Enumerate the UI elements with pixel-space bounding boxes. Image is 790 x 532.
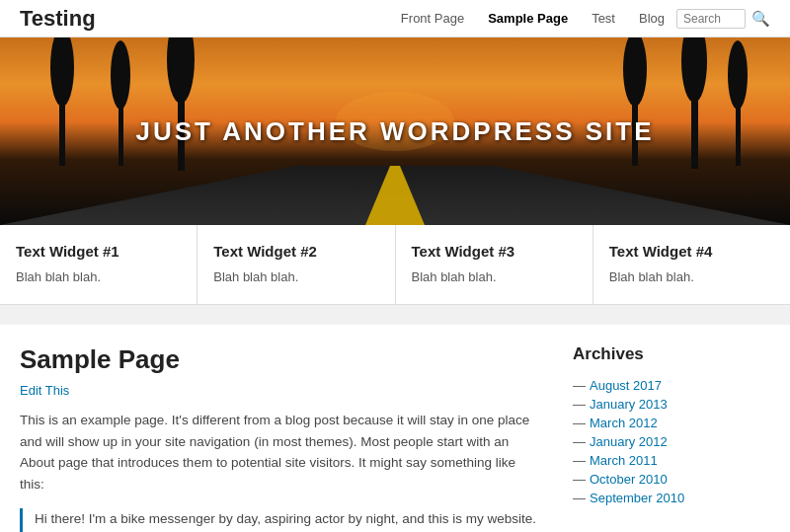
edit-link[interactable]: Edit This	[20, 383, 543, 398]
archive-link[interactable]: January 2012	[590, 434, 668, 449]
archive-list-item: —January 2013	[573, 397, 770, 412]
archive-dash: —	[573, 378, 586, 393]
archive-list-item: —August 2017	[573, 378, 770, 393]
hero-section: JUST ANOTHER WORDPRESS SITE	[0, 38, 790, 225]
page-title: Sample Page	[20, 344, 543, 375]
archive-dash: —	[573, 472, 586, 487]
archive-link[interactable]: September 2010	[590, 491, 684, 505]
archives-heading: Archives	[573, 344, 770, 364]
site-title[interactable]: Testing	[20, 6, 96, 32]
widget-4-text: Blah blah blah.	[609, 269, 774, 284]
archive-link[interactable]: March 2011	[590, 453, 658, 468]
archive-dash: —	[573, 397, 586, 412]
archive-list-item: —January 2012	[573, 434, 770, 449]
widget-1-text: Blah blah blah.	[16, 269, 181, 284]
search-area: 🔍	[676, 9, 770, 29]
blockquote: Hi there! I'm a bike messenger by day, a…	[20, 508, 543, 532]
site-header: Testing Front Page Sample Page Test Blog…	[0, 0, 790, 38]
widget-3-title: Text Widget #3	[412, 243, 577, 260]
blockquote-text: Hi there! I'm a bike messenger by day, a…	[35, 511, 536, 532]
widget-3: Text Widget #3 Blah blah blah.	[396, 225, 593, 304]
archive-dash: —	[573, 434, 586, 449]
main-nav: Front Page Sample Page Test Blog 🔍	[389, 0, 770, 38]
archive-link[interactable]: August 2017	[590, 378, 662, 393]
page-body-text: This is an example page. It's different …	[20, 410, 543, 494]
archive-link[interactable]: October 2010	[590, 472, 668, 487]
nav-blog[interactable]: Blog	[627, 0, 676, 38]
widget-1: Text Widget #1 Blah blah blah.	[0, 225, 198, 304]
main-content: Sample Page Edit This This is an example…	[20, 344, 573, 532]
sidebar: Archives —August 2017—January 2013—March…	[573, 344, 770, 532]
nav-front-page[interactable]: Front Page	[389, 0, 476, 38]
archive-link[interactable]: March 2012	[590, 416, 658, 430]
widget-2: Text Widget #2 Blah blah blah.	[198, 225, 395, 304]
archive-dash: —	[573, 416, 586, 430]
widget-2-text: Blah blah blah.	[213, 269, 378, 284]
hero-title: JUST ANOTHER WORDPRESS SITE	[136, 116, 655, 147]
archive-list: —August 2017—January 2013—March 2012—Jan…	[573, 378, 770, 505]
archive-list-item: —September 2010	[573, 491, 770, 505]
archive-list-item: —March 2012	[573, 416, 770, 430]
search-input[interactable]	[676, 9, 746, 29]
widget-4: Text Widget #4 Blah blah blah.	[593, 225, 790, 304]
archive-list-item: —March 2011	[573, 453, 770, 468]
main-wrapper: Sample Page Edit This This is an example…	[0, 325, 790, 532]
archive-dash: —	[573, 491, 586, 505]
widget-1-title: Text Widget #1	[16, 243, 181, 260]
widget-4-title: Text Widget #4	[609, 243, 774, 260]
nav-sample-page[interactable]: Sample Page	[476, 0, 580, 38]
archive-dash: —	[573, 453, 586, 468]
widget-row: Text Widget #1 Blah blah blah. Text Widg…	[0, 225, 790, 305]
widget-2-title: Text Widget #2	[213, 243, 378, 260]
archive-link[interactable]: January 2013	[590, 397, 668, 412]
nav-test[interactable]: Test	[580, 0, 627, 38]
archive-list-item: —October 2010	[573, 472, 770, 487]
widget-3-text: Blah blah blah.	[412, 269, 577, 284]
search-icon[interactable]: 🔍	[751, 10, 770, 28]
